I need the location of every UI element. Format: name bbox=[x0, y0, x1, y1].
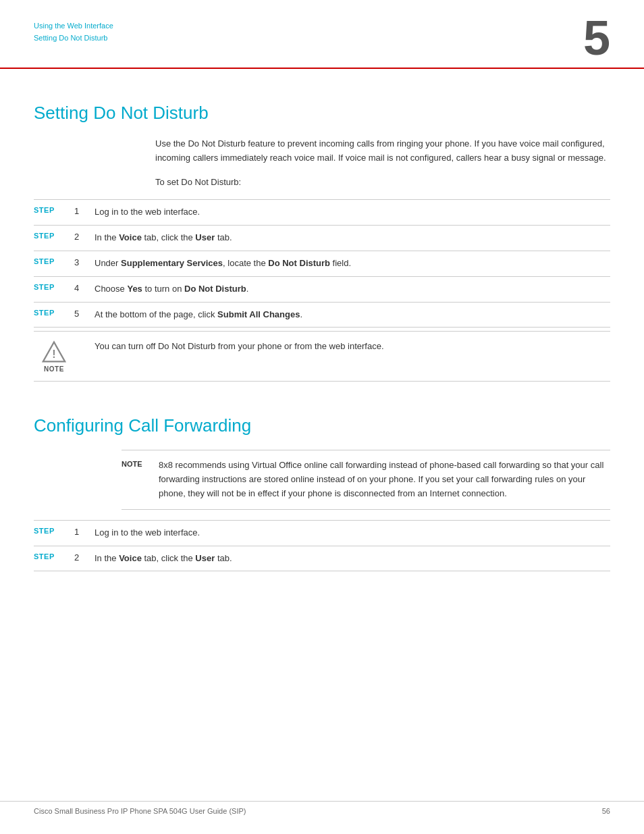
breadcrumb-line1: Using the Web Interface bbox=[34, 20, 113, 32]
section2-steps: STEP 1 Log in to the web interface. STEP… bbox=[34, 520, 610, 572]
step-number: 4 bbox=[74, 282, 95, 293]
svg-text:!: ! bbox=[52, 348, 55, 360]
table-row: STEP 2 In the Voice tab, click the User … bbox=[34, 546, 610, 572]
page-header: Using the Web Interface Setting Do Not D… bbox=[0, 0, 644, 69]
breadcrumb: Using the Web Interface Setting Do Not D… bbox=[34, 20, 113, 44]
section2-note-box: NOTE 8x8 recommends using Virtual Office… bbox=[122, 450, 610, 509]
step-number: 1 bbox=[74, 205, 95, 216]
section2-heading: Configuring Call Forwarding bbox=[34, 415, 610, 436]
section2-note-text: 8x8 recommends using Virtual Office onli… bbox=[159, 459, 610, 500]
section1-heading: Setting Do Not Disturb bbox=[34, 103, 610, 124]
page-container: Using the Web Interface Setting Do Not D… bbox=[0, 0, 644, 834]
step-label: STEP bbox=[34, 231, 74, 240]
table-row: STEP 3 Under Supplementary Services, loc… bbox=[34, 251, 610, 276]
step-content: Log in to the web interface. bbox=[95, 526, 610, 540]
page-footer: Cisco Small Business Pro IP Phone SPA 50… bbox=[0, 801, 644, 820]
step-content: Log in to the web interface. bbox=[95, 205, 610, 219]
step-content: In the Voice tab, click the User tab. bbox=[95, 231, 610, 245]
note-box: ! NOTE You can turn off Do Not Disturb f… bbox=[34, 331, 610, 382]
step-content: Under Supplementary Services, locate the… bbox=[95, 257, 610, 271]
step-number: 3 bbox=[74, 257, 95, 267]
footer-page-number: 56 bbox=[602, 807, 610, 815]
main-content: Setting Do Not Disturb Use the Do Not Di… bbox=[0, 69, 644, 585]
step-label: STEP bbox=[34, 552, 74, 561]
step-label: STEP bbox=[34, 308, 74, 317]
step-number: 1 bbox=[74, 526, 95, 537]
step-number: 5 bbox=[74, 308, 95, 319]
table-row: STEP 4 Choose Yes to turn on Do Not Dist… bbox=[34, 276, 610, 302]
section2-note-label: NOTE bbox=[122, 459, 159, 471]
chapter-number: 5 bbox=[583, 14, 610, 62]
step-label: STEP bbox=[34, 257, 74, 265]
table-row: STEP 5 At the bottom of the page, click … bbox=[34, 302, 610, 328]
step-content: At the bottom of the page, click Submit … bbox=[95, 308, 610, 322]
table-row: STEP 2 In the Voice tab, click the User … bbox=[34, 225, 610, 251]
step-content: Choose Yes to turn on Do Not Disturb. bbox=[95, 282, 610, 296]
note-icon-area: ! NOTE bbox=[34, 340, 74, 373]
note-label: NOTE bbox=[44, 365, 64, 373]
section1-intro-para2: To set Do Not Disturb: bbox=[155, 176, 610, 190]
step-content: In the Voice tab, click the User tab. bbox=[95, 552, 610, 566]
section1-intro-para1: Use the Do Not Disturb feature to preven… bbox=[155, 137, 610, 165]
table-row: STEP 1 Log in to the web interface. bbox=[34, 520, 610, 546]
step-label: STEP bbox=[34, 205, 74, 214]
step-number: 2 bbox=[74, 231, 95, 242]
note-text: You can turn off Do Not Disturb from you… bbox=[95, 340, 610, 354]
breadcrumb-line2: Setting Do Not Disturb bbox=[34, 32, 113, 45]
section1-steps: STEP 1 Log in to the web interface. STEP… bbox=[34, 199, 610, 328]
table-row: STEP 1 Log in to the web interface. bbox=[34, 199, 610, 225]
step-number: 2 bbox=[74, 552, 95, 563]
footer-title: Cisco Small Business Pro IP Phone SPA 50… bbox=[34, 807, 246, 815]
step-label: STEP bbox=[34, 526, 74, 535]
caution-icon: ! bbox=[42, 340, 66, 364]
step-label: STEP bbox=[34, 282, 74, 291]
